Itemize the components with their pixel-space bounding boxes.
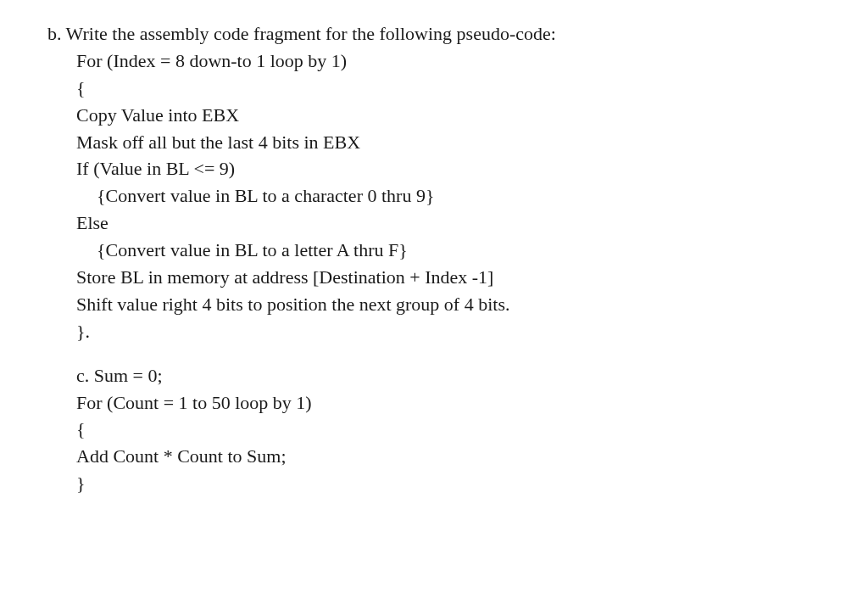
copy-value-line: Copy Value into EBX — [47, 102, 834, 129]
else-line: Else — [47, 210, 834, 237]
open-brace-2: { — [47, 416, 834, 443]
add-count-line: Add Count * Count to Sum; — [47, 443, 834, 470]
close-brace: }. — [47, 318, 834, 345]
convert-0-9-line: {Convert value in BL to a character 0 th… — [47, 182, 834, 210]
document-page: b. Write the assembly code fragment for … — [0, 0, 868, 517]
for-index-line: For (Index = 8 down-to 1 loop by 1) — [47, 48, 834, 75]
if-value-line: If (Value in BL <= 9) — [47, 155, 834, 182]
convert-a-f-line: {Convert value in BL to a letter A thru … — [47, 237, 834, 264]
shift-value-line: Shift value right 4 bits to position the… — [47, 291, 834, 318]
close-brace-2: } — [47, 470, 834, 497]
question-c-header: c. Sum = 0; — [47, 362, 834, 389]
for-count-line: For (Count = 1 to 50 loop by 1) — [47, 389, 834, 417]
open-brace: { — [47, 75, 834, 102]
store-bl-line: Store BL in memory at address [Destinati… — [47, 264, 834, 291]
mask-off-line: Mask off all but the last 4 bits in EBX — [47, 129, 834, 156]
question-b-header: b. Write the assembly code fragment for … — [47, 20, 834, 48]
